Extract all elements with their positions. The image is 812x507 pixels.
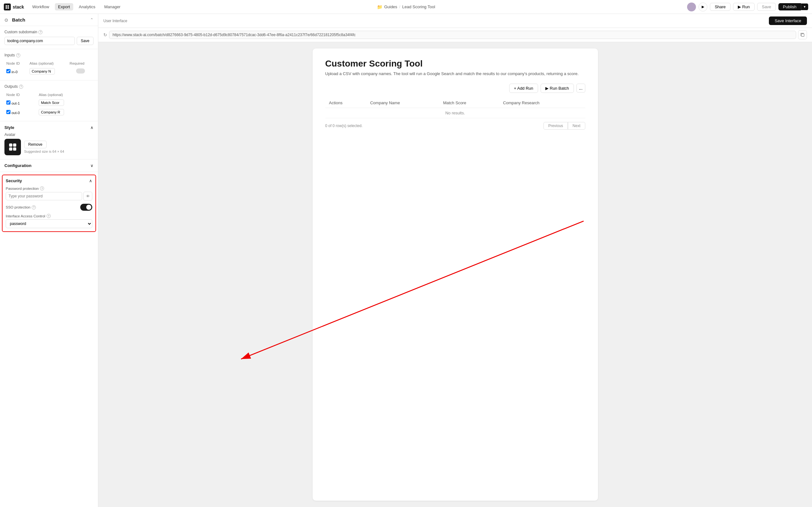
save-button[interactable]: Save xyxy=(757,3,776,11)
logo: stack xyxy=(4,3,24,10)
publish-dropdown-arrow[interactable]: ▾ xyxy=(801,3,808,10)
outputs-info-icon[interactable]: ? xyxy=(19,84,23,89)
toolbar-row: + Add Run ▶ Run Batch ... xyxy=(325,83,585,93)
avatar-side: Remove Suggested size is 64 × 64 xyxy=(24,141,64,153)
subdomain-info-icon[interactable]: ? xyxy=(38,30,43,34)
next-button[interactable]: Next xyxy=(568,122,585,130)
style-chevron-icon: ∧ xyxy=(90,125,94,130)
style-section: Style ∧ Avatar Remove Suggested size is … xyxy=(0,121,98,159)
breadcrumb-item: Lead Scoring Tool xyxy=(402,4,435,9)
password-input[interactable] xyxy=(6,192,82,200)
nav-tab-manager[interactable]: Manager xyxy=(101,3,124,10)
style-header[interactable]: Style ∧ xyxy=(4,125,94,130)
password-info-icon[interactable]: ? xyxy=(40,186,44,190)
no-results-text: No results. xyxy=(325,108,585,118)
configuration-header[interactable]: Configuration ∨ xyxy=(4,163,94,168)
outputs-section: Outputs ? Node ID Alias (optional) out-1 xyxy=(0,80,98,121)
inputs-label: Inputs ? xyxy=(4,53,94,57)
interface-preview: Customer Scoring Tool Upload a CSV with … xyxy=(98,42,812,507)
breadcrumb: 📁 Guides / Lead Scoring Tool xyxy=(377,4,435,9)
configuration-section: Configuration ∨ xyxy=(0,159,98,172)
top-nav: stack Workflow Export Analytics Manager … xyxy=(0,0,812,14)
folder-icon: 📁 xyxy=(377,4,383,9)
svg-rect-6 xyxy=(9,147,12,151)
run-batch-button[interactable]: ▶ Run Batch xyxy=(541,83,574,93)
output-checkbox-0[interactable] xyxy=(6,101,10,105)
outputs-label: Outputs ? xyxy=(4,84,94,89)
output-row-0: out-1 xyxy=(5,98,93,107)
copy-url-button[interactable] xyxy=(798,31,807,39)
content-area: User Interface Save Interface ↻ Customer… xyxy=(98,14,812,507)
inputs-col-nodeid: Node ID xyxy=(5,60,28,66)
nav-tab-analytics[interactable]: Analytics xyxy=(76,3,99,10)
access-control-select[interactable]: password none sso xyxy=(6,219,92,228)
publish-button-group: Publish ▾ xyxy=(778,3,808,10)
col-actions: Actions xyxy=(325,98,366,108)
subdomain-input[interactable] xyxy=(4,37,75,45)
password-eye-button[interactable]: 👁 xyxy=(84,192,92,201)
play-icon-btn[interactable]: ▶ xyxy=(699,3,707,11)
row-count-label: 0 of 0 row(s) selected. xyxy=(325,124,363,128)
publish-main[interactable]: Publish xyxy=(778,3,801,10)
svg-rect-4 xyxy=(9,144,12,147)
password-row: 👁 xyxy=(6,192,92,201)
output-alias-1[interactable] xyxy=(39,109,64,115)
access-control-info-icon[interactable]: ? xyxy=(47,214,51,218)
avatar-remove-button[interactable]: Remove xyxy=(24,141,47,148)
logo-text: stack xyxy=(13,4,24,9)
no-results-row: No results. xyxy=(325,108,585,118)
output-alias-0[interactable] xyxy=(39,100,64,106)
configuration-chevron-icon: ∨ xyxy=(90,163,94,168)
sidebar-title: Batch xyxy=(12,17,26,22)
previous-button[interactable]: Previous xyxy=(544,122,568,130)
svg-rect-7 xyxy=(13,147,16,151)
tool-title: Customer Scoring Tool xyxy=(325,59,585,69)
run-button[interactable]: ▶ Run xyxy=(733,3,755,11)
add-run-button[interactable]: + Add Run xyxy=(509,83,538,93)
nav-tab-workflow[interactable]: Workflow xyxy=(29,3,52,10)
outputs-col-alias: Alias (optional) xyxy=(38,92,93,98)
input-required-toggle-0[interactable] xyxy=(76,68,85,73)
sso-toggle[interactable] xyxy=(80,204,92,211)
refresh-icon[interactable]: ↻ xyxy=(103,32,107,38)
nav-right: ▶ Share ▶ Run Save Publish ▾ xyxy=(687,3,808,11)
sso-info-icon[interactable]: ? xyxy=(32,205,36,210)
svg-rect-8 xyxy=(802,34,804,37)
col-match-score: Match Score xyxy=(439,98,499,108)
subdomain-row: Save xyxy=(4,37,94,45)
avatar xyxy=(687,3,696,11)
svg-rect-1 xyxy=(8,5,9,6)
password-label: Password protection ? xyxy=(6,186,92,190)
input-checkbox-0[interactable] xyxy=(6,69,10,73)
security-chevron-icon[interactable]: ∧ xyxy=(89,178,92,183)
run-play-icon: ▶ xyxy=(738,4,741,9)
nav-tab-export[interactable]: Export xyxy=(55,3,73,10)
output-checkbox-1[interactable] xyxy=(6,110,10,114)
inputs-info-icon[interactable]: ? xyxy=(16,53,20,57)
subdomain-save-button[interactable]: Save xyxy=(77,37,94,45)
outputs-table: Node ID Alias (optional) out-1 out-0 xyxy=(4,91,94,117)
sso-label: SSO protection ? xyxy=(6,205,36,210)
breadcrumb-folder: Guides xyxy=(384,4,397,9)
save-interface-button[interactable]: Save Interface xyxy=(769,16,807,25)
access-control-group: Interface Access Control ? password none… xyxy=(6,214,92,228)
inputs-col-alias: Alias (optional) xyxy=(28,60,68,66)
input-alias-0[interactable] xyxy=(30,68,55,74)
password-protection-group: Password protection ? 👁 xyxy=(6,186,92,201)
sidebar: ⊙ Batch ⌃ Custom subdomain ? Save Inputs… xyxy=(0,14,98,507)
input-check-0: in-0 xyxy=(5,67,28,76)
sidebar-chevron-icon[interactable]: ⌃ xyxy=(90,17,94,22)
inputs-table: Node ID Alias (optional) Required in-0 xyxy=(4,60,94,76)
security-section: Security ∧ Password protection ? 👁 SSO p… xyxy=(2,175,96,232)
avatar-box xyxy=(4,139,21,155)
sso-row: SSO protection ? xyxy=(6,204,92,211)
preview-card: Customer Scoring Tool Upload a CSV with … xyxy=(313,49,598,501)
results-table: Actions Company Name Match Score Company… xyxy=(325,98,585,118)
url-input[interactable] xyxy=(109,31,796,39)
inputs-col-required: Required xyxy=(68,60,93,66)
tool-description: Upload a CSV with company names. The too… xyxy=(325,71,585,76)
pagination: Previous Next xyxy=(544,122,585,130)
share-button[interactable]: Share xyxy=(710,3,730,11)
more-options-button[interactable]: ... xyxy=(576,83,585,93)
custom-subdomain-section: Custom subdomain ? Save xyxy=(0,26,98,49)
